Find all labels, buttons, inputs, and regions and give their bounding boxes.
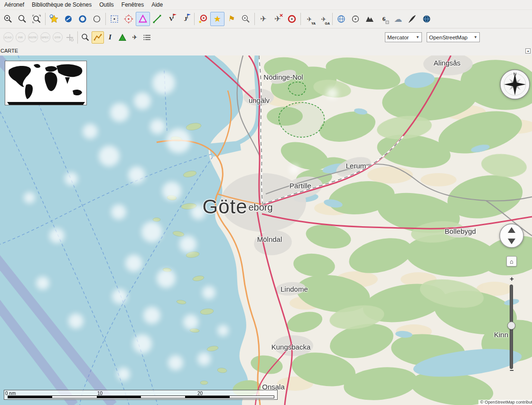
otr-filter-button: OTR	[51, 31, 64, 44]
panel-title: CARTE	[0, 48, 18, 54]
search-point-button[interactable]	[239, 12, 253, 26]
projection-select[interactable]: Mercator▼	[385, 32, 422, 42]
zoom-out-control[interactable]: −	[508, 366, 516, 374]
pan-control[interactable]	[499, 223, 524, 248]
map-label: Kungsbacka	[271, 343, 311, 351]
overview-world-map[interactable]	[5, 61, 87, 105]
toolbar-separator	[45, 13, 46, 25]
quill-icon	[407, 14, 418, 24]
terrain-triangle-button[interactable]	[116, 31, 129, 44]
menu-tools[interactable]: Outils	[95, 0, 118, 9]
target-star-button[interactable]: ★	[196, 12, 210, 26]
toolbar-separator	[77, 31, 78, 44]
add-point-icon	[65, 33, 75, 42]
route-edit-icon	[93, 33, 103, 42]
map-attribution: © OpenStreetMap contributo	[478, 400, 532, 405]
zoom-in-button[interactable]	[1, 12, 15, 26]
menu-windows[interactable]: Fenêtres	[118, 0, 148, 9]
route-edit-button[interactable]	[92, 31, 104, 44]
aircraft-ga-button[interactable]: ✈GA	[317, 12, 331, 26]
spec-filter-button: SPEC	[39, 31, 51, 44]
aircraft-crossed-button[interactable]: ✈✕	[271, 12, 285, 26]
fir-filter-button: FIR	[14, 31, 27, 44]
main-toolbar: V J ★ ★ ⚑ ✈ ✈✕ ✈YA ✈GA 6 ☁	[0, 9, 532, 28]
home-button[interactable]: ⌂	[506, 256, 517, 267]
svg-text:★: ★	[198, 19, 202, 24]
compass-rose-button[interactable]	[121, 12, 136, 26]
aircraft-icon: ✈	[307, 16, 312, 22]
point-circle-button[interactable]	[348, 12, 363, 26]
list-view-icon	[142, 33, 152, 42]
info-text-button[interactable]: I	[104, 31, 116, 44]
zoom-in-control[interactable]: +	[508, 275, 516, 283]
cloud-icon: ☁	[394, 15, 402, 23]
rstr-filter-button: RSTR	[27, 31, 39, 44]
world-globe-button[interactable]	[420, 12, 434, 26]
terrain-triangle-icon	[118, 33, 127, 42]
menu-aircraft[interactable]: Aéronef	[0, 0, 28, 9]
terrain-button[interactable]	[363, 12, 377, 26]
toolbar-separator	[332, 13, 333, 25]
zoom-extent-button[interactable]	[29, 12, 44, 26]
scale-segments	[8, 396, 274, 398]
globe-wire-button[interactable]	[334, 12, 348, 26]
aircraft-map-button[interactable]: ✈	[129, 31, 141, 44]
ndb-ring-button[interactable]	[75, 12, 90, 26]
triangle-route-button[interactable]	[136, 12, 150, 26]
aircraft-button[interactable]: ✈	[256, 12, 271, 26]
jet-flag-button[interactable]: J	[178, 12, 193, 26]
map-scalebar: 0 nm 10 20	[4, 390, 278, 400]
world-minimap-icon	[5, 61, 86, 105]
add-point-button	[64, 31, 76, 44]
world-globe-icon	[421, 14, 432, 24]
star-highlight-button[interactable]: ★	[210, 12, 224, 26]
map-toolbar: ICAO FIR RSTR SPEC OTR I ✈ Mercator▼ Ope…	[0, 28, 532, 46]
cross-icon: ✕	[280, 13, 283, 18]
restricted-zone-icon	[287, 14, 297, 24]
home-icon: ⌂	[510, 258, 513, 265]
zoom-window-icon	[17, 14, 28, 24]
vor-disc-icon	[63, 14, 74, 24]
measure-line-button[interactable]	[150, 12, 164, 26]
small-flag-icon	[187, 13, 191, 19]
small-flag-icon	[172, 13, 177, 19]
region-select-button[interactable]	[107, 12, 121, 26]
toolbar-separator	[300, 13, 301, 25]
zoom-window-button[interactable]	[15, 12, 29, 26]
vor-disc-button[interactable]	[61, 12, 75, 26]
star-waypoint-button[interactable]	[47, 12, 61, 26]
level-6-button[interactable]: 6	[377, 12, 391, 26]
zoom-in-icon	[3, 14, 13, 24]
draw-quill-button[interactable]	[405, 12, 420, 26]
icao-filter-button: ICAO	[2, 31, 14, 44]
list-view-button[interactable]	[141, 31, 153, 44]
terrain-icon	[364, 14, 375, 24]
panel-options-button[interactable]: ●	[525, 48, 531, 54]
triangle-route-icon	[138, 14, 148, 24]
compass-rose-control[interactable]: N	[499, 69, 531, 100]
target-star-icon: ★	[198, 14, 208, 24]
zoom-slider-handle[interactable]	[507, 322, 515, 330]
region-select-icon	[109, 14, 120, 24]
map-label: Kinn	[494, 331, 508, 339]
measure-line-icon	[152, 14, 162, 24]
menu-scenery-library[interactable]: Bibliothèque de Scènes	[28, 0, 95, 9]
fix-circle-button[interactable]	[90, 12, 104, 26]
flag-button[interactable]: ⚑	[224, 12, 239, 26]
star-waypoint-icon	[49, 14, 59, 24]
vfr-flag-button[interactable]: V	[164, 12, 178, 26]
restricted-zone-button[interactable]	[285, 12, 299, 26]
map-label: Nödinge-Nol	[263, 73, 303, 81]
weather-button[interactable]: ☁	[391, 12, 405, 26]
search-point-icon	[241, 14, 251, 24]
flag-icon: ⚑	[228, 15, 235, 23]
map-label: Alingsås	[434, 59, 461, 67]
map-label-goteborg-osm: eborg	[248, 202, 272, 213]
aircraft-icon: ✈	[132, 34, 138, 40]
menu-help[interactable]: Aide	[148, 0, 167, 9]
map-viewport[interactable]: Nödinge-Nol ungälv Alingsås Lerum Partil…	[0, 55, 532, 405]
map-label: Mölndal	[257, 235, 282, 243]
aircraft-ya-button[interactable]: ✈YA	[302, 12, 317, 26]
basemap-select[interactable]: OpenStreetMap▼	[427, 32, 480, 42]
search-map-button[interactable]	[79, 31, 92, 44]
